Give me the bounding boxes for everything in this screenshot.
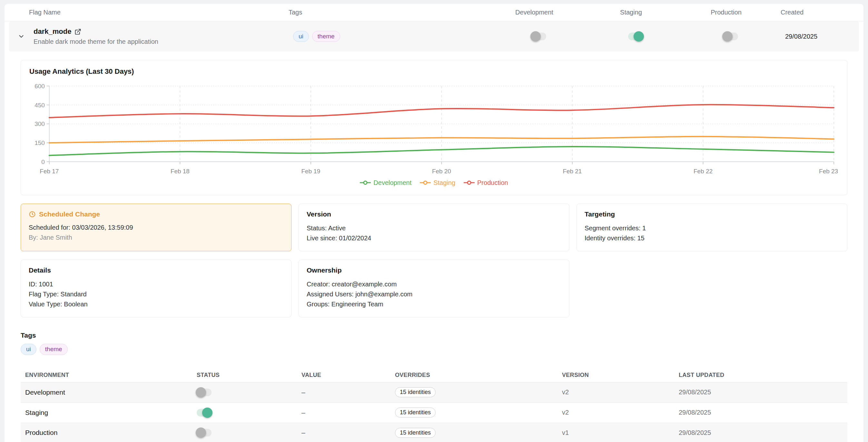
flag-tags: ui theme: [293, 31, 490, 42]
production-status-toggle[interactable]: [197, 429, 212, 437]
col-created: Created: [773, 9, 864, 16]
feature-flags-panel: Flag Name Tags Development Staging Produ…: [4, 4, 864, 442]
legend-marker-icon: [360, 180, 371, 185]
svg-text:Feb 22: Feb 22: [693, 168, 713, 175]
identity-overrides: Identity overrides: 15: [585, 233, 839, 243]
svg-text:Feb 18: Feb 18: [170, 168, 190, 175]
tags-section-title: Tags: [21, 332, 847, 339]
details-title: Details: [29, 266, 283, 274]
svg-text:Feb 21: Feb 21: [563, 168, 582, 175]
scheduled-change-title: Scheduled Change: [39, 210, 100, 218]
staging-status-toggle[interactable]: [197, 409, 212, 416]
staging-toggle[interactable]: [628, 33, 643, 40]
usage-chart: 0150300450600Feb 17Feb 18Feb 19Feb 20Feb…: [29, 81, 839, 178]
svg-text:300: 300: [34, 121, 45, 127]
flag-name: dark_mode: [34, 27, 71, 36]
ownership-title: Ownership: [307, 266, 561, 274]
identities-badge[interactable]: 15 identities: [395, 408, 436, 417]
details-value-type: Value Type: Boolean: [29, 299, 283, 309]
svg-text:Feb 19: Feb 19: [301, 168, 320, 175]
version-status: Status: Active: [307, 223, 561, 233]
external-link-icon[interactable]: [74, 28, 81, 35]
scheduled-change-card: Scheduled Change Scheduled for: 03/03/20…: [21, 204, 291, 251]
legend-item-staging[interactable]: Staging: [420, 179, 455, 186]
svg-text:150: 150: [34, 139, 45, 146]
chart-title: Usage Analytics (Last 30 Days): [29, 67, 839, 76]
legend-marker-icon: [464, 180, 475, 185]
chart-legend: DevelopmentStagingProduction: [29, 179, 839, 186]
col-development: Development: [486, 9, 583, 16]
clock-icon: [29, 211, 36, 218]
svg-text:Feb 20: Feb 20: [432, 168, 451, 175]
flag-detail-section: Usage Analytics (Last 30 Days) 015030045…: [4, 60, 864, 442]
environments-table-header: ENVIRONMENT STATUS VALUE OVERRIDES VERSI…: [21, 369, 847, 382]
identities-badge[interactable]: 15 identities: [395, 428, 436, 438]
flag-description: Enable dark mode theme for the applicati…: [34, 38, 293, 45]
ownership-card: Ownership Creator: creator@example.com A…: [299, 260, 569, 317]
svg-text:0: 0: [41, 159, 45, 165]
tags-section: Tags ui theme: [21, 332, 847, 355]
svg-text:Feb 17: Feb 17: [40, 168, 59, 175]
value-cell: –: [302, 429, 395, 437]
targeting-title: Targeting: [585, 210, 839, 218]
collapse-row-button[interactable]: [9, 33, 34, 40]
svg-text:450: 450: [34, 102, 45, 109]
svg-text:Feb 23: Feb 23: [819, 168, 838, 175]
development-toggle[interactable]: [531, 33, 546, 40]
ownership-assigned-users: Assigned Users: john@example.com: [307, 289, 561, 299]
value-cell: –: [302, 388, 395, 396]
details-card: Details ID: 1001 Flag Type: Standard Val…: [21, 260, 291, 317]
tag-ui[interactable]: ui: [21, 344, 36, 355]
usage-line-chart: 0150300450600Feb 17Feb 18Feb 19Feb 20Feb…: [29, 81, 839, 178]
legend-item-development[interactable]: Development: [360, 179, 411, 186]
created-date: 29/08/2025: [785, 33, 817, 40]
table-row-development: Development – 15 identities v2 29/08/202…: [21, 382, 847, 402]
tag-theme[interactable]: theme: [40, 344, 68, 355]
ownership-groups: Groups: Engineering Team: [307, 299, 561, 309]
col-flag-name: Flag Name: [29, 9, 288, 16]
tag-theme[interactable]: theme: [312, 31, 340, 42]
legend-marker-icon: [420, 180, 431, 185]
identities-badge[interactable]: 15 identities: [395, 387, 436, 397]
col-production: Production: [679, 9, 773, 16]
version-card: Version Status: Active Live since: 01/02…: [299, 204, 569, 251]
col-tags: Tags: [288, 9, 486, 16]
svg-text:600: 600: [34, 83, 45, 90]
scheduled-by-text: By: Jane Smith: [29, 233, 283, 243]
version-title: Version: [307, 210, 561, 218]
development-status-toggle[interactable]: [197, 388, 212, 396]
col-staging: Staging: [583, 9, 679, 16]
tag-ui[interactable]: ui: [293, 31, 309, 42]
flag-table-header: Flag Name Tags Development Staging Produ…: [4, 4, 864, 21]
table-row-staging: Staging – 15 identities v2 29/08/2025: [21, 402, 847, 423]
segment-overrides: Segment overrides: 1: [585, 223, 839, 233]
details-flag-type: Flag Type: Standard: [29, 289, 283, 299]
production-toggle[interactable]: [723, 33, 738, 40]
usage-analytics-card: Usage Analytics (Last 30 Days) 015030045…: [21, 60, 847, 195]
legend-item-production[interactable]: Production: [464, 179, 508, 186]
targeting-card: Targeting Segment overrides: 1 Identity …: [577, 204, 847, 251]
flag-row: dark_mode Enable dark mode theme for the…: [9, 21, 859, 52]
ownership-creator: Creator: creator@example.com: [307, 279, 561, 289]
table-row-production: Production – 15 identities v1 29/08/2025: [21, 423, 847, 442]
environments-table: ENVIRONMENT STATUS VALUE OVERRIDES VERSI…: [21, 369, 847, 442]
chevron-down-icon: [18, 33, 25, 40]
version-live-since: Live since: 01/02/2024: [307, 233, 561, 243]
details-id: ID: 1001: [29, 279, 283, 289]
scheduled-for-text: Scheduled for: 03/03/2026, 13:59:09: [29, 223, 283, 233]
value-cell: –: [302, 409, 395, 416]
